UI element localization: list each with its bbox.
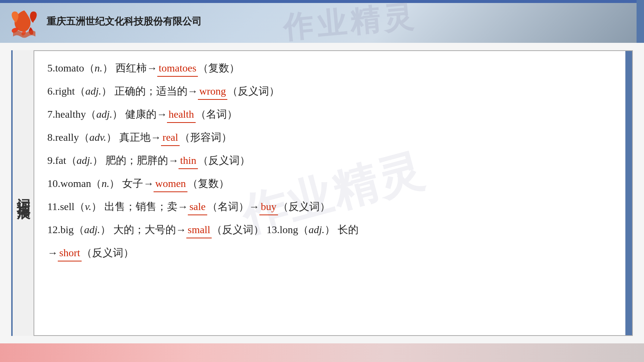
- line-6: 6.right（adj.） 正确的；适当的→wrong（反义词）: [47, 83, 619, 100]
- line8-tail: （形容词）: [180, 131, 232, 143]
- line9-tail: （反义词）: [198, 155, 250, 166]
- line8-prefix: 8.really（adv.） 真正地→: [47, 131, 161, 143]
- top-stripe: [0, 0, 644, 3]
- line6-prefix: 6.right（adj.） 正确的；适当的→: [47, 85, 198, 97]
- line10-answer: women: [154, 176, 187, 192]
- line7-tail: （名词）: [196, 108, 237, 120]
- line-7: 7.healthy（adj.） 健康的→health（名词）: [47, 107, 619, 123]
- line-12-13: 12.big（adj.） 大的；大号的→small（反义词） 13.long（a…: [47, 222, 619, 238]
- line-13-cont: →short（反义词）: [47, 245, 619, 261]
- line9-prefix: 9.fat（adj.） 肥的；肥胖的→: [47, 155, 179, 166]
- line7-prefix: 7.healthy（adj.） 健康的→: [47, 108, 167, 120]
- line11-prefix: 11.sell（v.） 出售；销售；卖→: [47, 201, 188, 212]
- line7-answer: health: [167, 107, 195, 123]
- line13-answer: short: [58, 245, 82, 261]
- header-right-bar: [637, 0, 644, 43]
- line6-answer: wrong: [198, 83, 228, 100]
- line6-pos: adj.: [85, 85, 101, 97]
- left-label: 词汇拓展: [11, 50, 34, 336]
- bottom-strip: [0, 343, 644, 362]
- line8-pos: adv.: [89, 131, 106, 143]
- line11-pos: v.: [85, 201, 91, 212]
- line12-prefix: 12.big（adj.） 大的；大号的→: [47, 224, 186, 235]
- line6-tail: （反义词）: [227, 85, 280, 97]
- line13-arrow: →: [47, 247, 58, 258]
- line5-prefix: 5.tomato（n.） 西红柿→: [47, 62, 157, 74]
- line-9: 9.fat（adj.） 肥的；肥胖的→thin（反义词）: [47, 153, 619, 169]
- line11-mid: （名词）→: [207, 201, 259, 212]
- line7-pos: adj.: [96, 108, 112, 120]
- line13-pos: adj.: [309, 224, 325, 235]
- line12-mid: （反义词） 13.long（adj.） 长的: [212, 224, 359, 235]
- line12-answer: small: [186, 222, 212, 238]
- line9-answer: thin: [179, 153, 198, 169]
- header: 重庆五洲世纪文化科技股份有限公司 作业精灵: [0, 0, 644, 43]
- line10-prefix: 10.woman（n.） 女子→: [47, 178, 154, 189]
- line11-answer2: buy: [259, 199, 278, 215]
- line13-tail: （反义词）: [82, 247, 134, 258]
- line8-answer: real: [161, 130, 180, 146]
- main-content: 词汇拓展 作业精灵 5.tomato（n.） 西红柿→tomatoes（复数） …: [0, 43, 644, 343]
- company-logo: [7, 5, 41, 38]
- company-name: 重庆五洲世纪文化科技股份有限公司: [47, 15, 202, 28]
- line12-pos: adj.: [84, 224, 100, 235]
- line-8: 8.really（adv.） 真正地→real（形容词）: [47, 130, 619, 146]
- line-5: 5.tomato（n.） 西红柿→tomatoes（复数）: [47, 60, 619, 77]
- line5-tail: （复数）: [198, 62, 240, 74]
- line11-answer1: sale: [188, 199, 207, 215]
- line10-tail: （复数）: [187, 178, 229, 189]
- line-10: 10.woman（n.） 女子→women（复数）: [47, 176, 619, 192]
- line9-pos: adj.: [77, 155, 93, 166]
- line5-pos: n.: [95, 62, 102, 74]
- line-11: 11.sell（v.） 出售；销售；卖→sale（名词）→buy（反义词）: [47, 199, 619, 215]
- line5-answer: tomatoes: [157, 60, 198, 77]
- right-accent-bar: [625, 51, 632, 335]
- line11-tail: （反义词）: [278, 201, 330, 212]
- content-box: 作业精灵 5.tomato（n.） 西红柿→tomatoes（复数） 6.rig…: [34, 50, 633, 336]
- left-label-text: 词汇拓展: [14, 187, 32, 199]
- line10-pos: n.: [101, 178, 109, 189]
